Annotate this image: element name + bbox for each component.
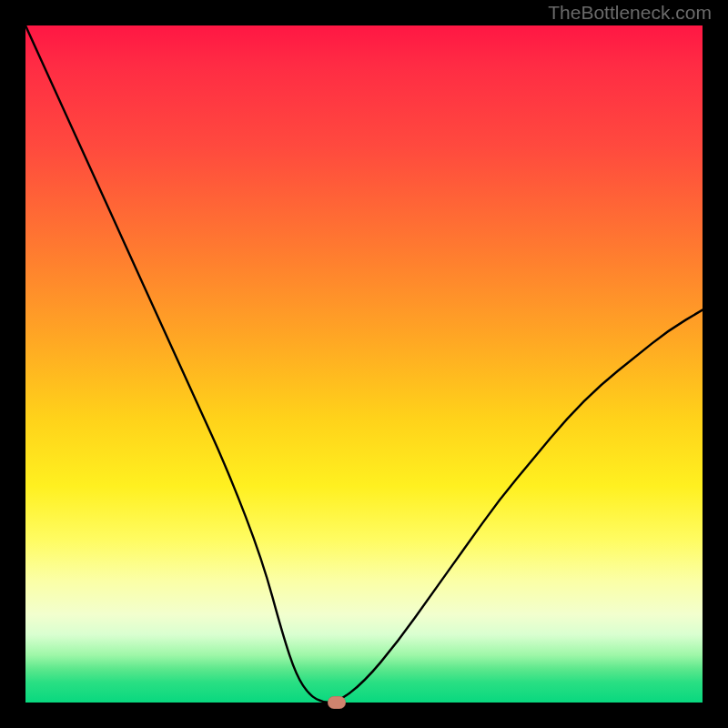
optimum-marker [328,696,346,709]
plot-background-gradient [25,25,703,703]
watermark-text: TheBottleneck.com [548,2,712,24]
chart-frame: TheBottleneck.com [0,0,728,728]
